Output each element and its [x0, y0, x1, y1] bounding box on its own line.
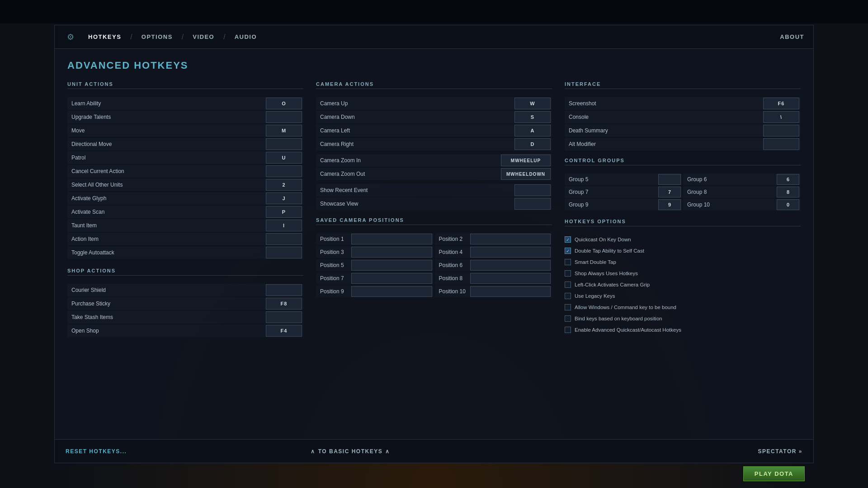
- checkbox-box[interactable]: [565, 270, 571, 277]
- checkbox-box[interactable]: [565, 315, 571, 322]
- checkbox-box[interactable]: [565, 327, 571, 333]
- unit-action-row[interactable]: Move M: [67, 124, 303, 137]
- checkbox-box[interactable]: [565, 282, 571, 288]
- camera-action-row[interactable]: Camera Down S: [316, 111, 552, 123]
- position-key[interactable]: [351, 273, 432, 284]
- nav-video[interactable]: VIDEO: [189, 32, 218, 42]
- shop-action-row[interactable]: Take Stash Items: [67, 311, 303, 324]
- control-group-row[interactable]: Group 6 6: [683, 174, 801, 185]
- reset-hotkeys-button[interactable]: RESET HOTKEYS...: [66, 448, 127, 455]
- hotkey-key[interactable]: I: [266, 220, 302, 231]
- group-key[interactable]: 8: [777, 187, 799, 197]
- checkbox-item[interactable]: Left-Click Activates Camera Grip: [565, 280, 801, 290]
- control-group-row[interactable]: Group 9 9: [565, 199, 682, 211]
- position-key[interactable]: [470, 247, 551, 258]
- unit-action-row[interactable]: Cancel Current Action: [67, 165, 303, 178]
- hotkey-key[interactable]: J: [266, 192, 302, 204]
- camera-action-row[interactable]: Camera Left A: [316, 124, 552, 137]
- control-group-row[interactable]: Group 10 0: [683, 199, 801, 211]
- hotkey-key[interactable]: [266, 138, 302, 150]
- hotkey-key[interactable]: [514, 198, 551, 210]
- unit-action-row[interactable]: Toggle Autoattack: [67, 246, 303, 259]
- camera-action-row[interactable]: Show Recent Event: [316, 184, 552, 197]
- unit-action-row[interactable]: Action Item: [67, 233, 303, 245]
- camera-position-row[interactable]: Position 10: [435, 286, 552, 297]
- hotkey-key[interactable]: [514, 184, 551, 196]
- checkbox-item[interactable]: Bind keys based on keyboard position: [565, 314, 801, 324]
- hotkey-key[interactable]: [763, 125, 799, 136]
- control-group-row[interactable]: Group 8 8: [683, 186, 801, 198]
- position-key[interactable]: [351, 247, 432, 258]
- hotkey-key[interactable]: MWHEELDOWN: [501, 168, 551, 180]
- camera-action-row[interactable]: Showcase View: [316, 197, 552, 210]
- hotkey-key[interactable]: U: [266, 152, 302, 164]
- unit-action-row[interactable]: Patrol U: [67, 151, 303, 164]
- shop-action-row[interactable]: Courier Shield: [67, 284, 303, 296]
- control-group-row[interactable]: Group 7 7: [565, 186, 682, 198]
- checkbox-item[interactable]: Use Legacy Keys: [565, 291, 801, 301]
- hotkey-key[interactable]: MWHEELUP: [501, 155, 551, 166]
- camera-action-row[interactable]: Camera Zoom In MWHEELUP: [316, 154, 552, 167]
- group-key[interactable]: 6: [777, 174, 799, 185]
- camera-position-row[interactable]: Position 7: [316, 272, 434, 284]
- to-basic-hotkeys-button[interactable]: ∧ TO BASIC HOTKEYS ∧: [311, 448, 390, 455]
- position-key[interactable]: [470, 273, 551, 284]
- camera-position-row[interactable]: Position 9: [316, 286, 434, 297]
- position-key[interactable]: [470, 286, 551, 297]
- hotkey-key[interactable]: [266, 284, 302, 296]
- hotkey-key[interactable]: [763, 138, 799, 150]
- unit-action-row[interactable]: Activate Glyph J: [67, 192, 303, 205]
- hotkey-key[interactable]: [266, 111, 302, 123]
- unit-action-row[interactable]: Taunt Item I: [67, 219, 303, 232]
- camera-position-row[interactable]: Position 6: [435, 259, 552, 271]
- checkbox-box[interactable]: [565, 236, 571, 243]
- interface-row[interactable]: Screenshot F6: [565, 97, 801, 110]
- camera-position-row[interactable]: Position 1: [316, 233, 434, 245]
- camera-action-row[interactable]: Camera Up W: [316, 97, 552, 110]
- nav-options[interactable]: OPTIONS: [138, 32, 176, 42]
- hotkey-key[interactable]: F8: [266, 298, 302, 310]
- hotkey-key[interactable]: S: [514, 111, 551, 123]
- hotkey-key[interactable]: [266, 311, 302, 323]
- unit-action-row[interactable]: Select All Other Units 2: [67, 178, 303, 191]
- play-dota-button[interactable]: PLAY DOTA: [743, 466, 805, 481]
- checkbox-box[interactable]: [565, 248, 571, 254]
- unit-action-row[interactable]: Directional Move: [67, 138, 303, 150]
- interface-row[interactable]: Console \: [565, 111, 801, 123]
- hotkey-key[interactable]: F4: [266, 325, 302, 337]
- checkbox-box[interactable]: [565, 293, 571, 299]
- checkbox-box[interactable]: [565, 304, 571, 310]
- hotkey-key[interactable]: [266, 165, 302, 177]
- hotkey-key[interactable]: 2: [266, 179, 302, 191]
- hotkey-key[interactable]: [266, 233, 302, 245]
- unit-action-row[interactable]: Upgrade Talents: [67, 111, 303, 123]
- checkbox-item[interactable]: Enable Advanced Quickcast/Autocast Hotke…: [565, 325, 801, 335]
- camera-position-row[interactable]: Position 3: [316, 246, 434, 258]
- group-key[interactable]: 0: [777, 199, 799, 210]
- nav-about[interactable]: ABOUT: [780, 33, 804, 40]
- position-key[interactable]: [351, 286, 432, 297]
- group-key[interactable]: 7: [658, 187, 681, 197]
- nav-hotkeys[interactable]: HOTKEYS: [85, 32, 125, 42]
- checkbox-item[interactable]: Double Tap Ability to Self Cast: [565, 246, 801, 256]
- hotkey-key[interactable]: P: [266, 206, 302, 218]
- nav-audio[interactable]: AUDIO: [231, 32, 260, 42]
- shop-action-row[interactable]: Open Shop F4: [67, 324, 303, 337]
- hotkey-key[interactable]: F6: [763, 98, 799, 109]
- group-key[interactable]: 9: [658, 199, 681, 210]
- hotkey-key[interactable]: [266, 247, 302, 258]
- camera-position-row[interactable]: Position 8: [435, 272, 552, 284]
- group-key[interactable]: [658, 174, 681, 185]
- interface-row[interactable]: Alt Modifier: [565, 138, 801, 150]
- interface-row[interactable]: Death Summary: [565, 124, 801, 137]
- checkbox-item[interactable]: Shop Always Uses Hotkeys: [565, 268, 801, 278]
- unit-action-row[interactable]: Learn Ability O: [67, 97, 303, 110]
- hotkey-key[interactable]: W: [514, 98, 551, 109]
- hotkey-key[interactable]: \: [763, 111, 799, 123]
- position-key[interactable]: [470, 260, 551, 271]
- unit-action-row[interactable]: Activate Scan P: [67, 206, 303, 218]
- hotkey-key[interactable]: M: [266, 125, 302, 136]
- spectator-button[interactable]: SPECTATOR »: [758, 448, 802, 455]
- position-key[interactable]: [351, 260, 432, 271]
- camera-position-row[interactable]: Position 4: [435, 246, 552, 258]
